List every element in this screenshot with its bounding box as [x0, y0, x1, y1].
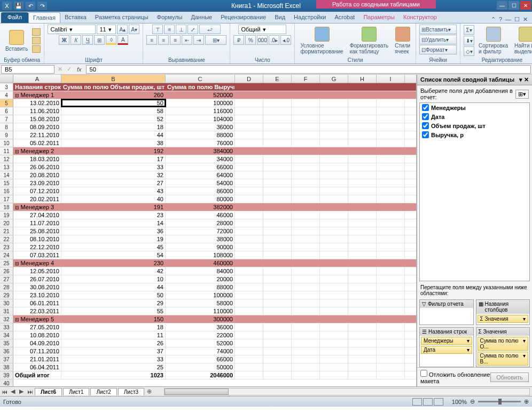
- cell[interactable]: 104000: [166, 115, 235, 123]
- cell[interactable]: [292, 323, 320, 331]
- cell[interactable]: [320, 363, 348, 371]
- cell[interactable]: 72000: [166, 227, 235, 235]
- cell[interactable]: 36000: [166, 123, 235, 131]
- row-header[interactable]: 12: [0, 155, 13, 163]
- border-button[interactable]: ⊞: [94, 35, 105, 45]
- cell[interactable]: 382000: [166, 203, 235, 211]
- cell[interactable]: [348, 195, 377, 203]
- cell[interactable]: [235, 99, 263, 107]
- workbook-max-icon[interactable]: ☐: [514, 16, 520, 23]
- merge-button[interactable]: ⊞▾: [205, 35, 226, 45]
- cell[interactable]: 27.04.2010: [13, 211, 61, 219]
- cell[interactable]: [235, 163, 263, 171]
- cell[interactable]: [235, 275, 263, 283]
- cell[interactable]: 74000: [166, 347, 235, 355]
- sheet-tab[interactable]: Лист1: [63, 388, 89, 395]
- cell[interactable]: [263, 307, 292, 315]
- cell[interactable]: [263, 99, 292, 107]
- row-header[interactable]: 23: [0, 243, 13, 251]
- cell-styles-button[interactable]: Стили ячеек: [393, 26, 412, 56]
- cell[interactable]: 33: [61, 163, 166, 171]
- cells-area[interactable]: Названия строк▾Сумма по полю Объем прода…: [13, 83, 416, 386]
- cell[interactable]: [235, 203, 263, 211]
- cell[interactable]: [292, 115, 320, 123]
- row-header[interactable]: 35: [0, 339, 13, 347]
- cell[interactable]: [377, 179, 405, 187]
- cell[interactable]: [377, 171, 405, 179]
- cell[interactable]: [292, 227, 320, 235]
- cell[interactable]: [292, 123, 320, 131]
- enter-icon[interactable]: ✓: [65, 66, 74, 73]
- cell[interactable]: [263, 147, 292, 155]
- cell[interactable]: [320, 163, 348, 171]
- cell[interactable]: 80000: [166, 195, 235, 203]
- paste-button[interactable]: Вставить: [3, 29, 30, 53]
- cell[interactable]: [377, 163, 405, 171]
- cell[interactable]: 23: [61, 211, 166, 219]
- cell[interactable]: 46000: [166, 211, 235, 219]
- cell[interactable]: [292, 155, 320, 163]
- cell[interactable]: [377, 107, 405, 115]
- row-header[interactable]: 28: [0, 283, 13, 291]
- cell[interactable]: [377, 307, 405, 315]
- cell[interactable]: [348, 307, 377, 315]
- cell[interactable]: [235, 283, 263, 291]
- cell[interactable]: 10.08.2010: [13, 331, 61, 339]
- cell[interactable]: [377, 155, 405, 163]
- pivot-field[interactable]: Выручка, р: [420, 130, 529, 139]
- pivot-area-item[interactable]: Сумма по полю О...▾: [478, 337, 529, 351]
- cell[interactable]: 64000: [166, 171, 235, 179]
- sheet-tab[interactable]: Лист6: [35, 388, 62, 395]
- row-header[interactable]: 38: [0, 363, 13, 371]
- cell[interactable]: 30.08.2010: [13, 283, 61, 291]
- cell[interactable]: Менеджер 3: [13, 203, 61, 211]
- cell[interactable]: 25: [61, 363, 166, 371]
- cell[interactable]: [292, 139, 320, 147]
- cell[interactable]: 22000: [166, 331, 235, 339]
- cell[interactable]: 36: [61, 227, 166, 235]
- cell[interactable]: [377, 211, 405, 219]
- cell[interactable]: [235, 235, 263, 243]
- cell[interactable]: [348, 155, 377, 163]
- cell[interactable]: [320, 267, 348, 275]
- cell[interactable]: [292, 355, 320, 363]
- cell[interactable]: [377, 195, 405, 203]
- cell[interactable]: 11: [61, 331, 166, 339]
- cell[interactable]: 300000: [166, 315, 235, 323]
- row-header[interactable]: 32: [0, 315, 13, 323]
- cell[interactable]: 18: [61, 323, 166, 331]
- row-header[interactable]: 20: [0, 219, 13, 227]
- cell[interactable]: 28000: [166, 219, 235, 227]
- cell[interactable]: [235, 227, 263, 235]
- cell[interactable]: 29: [61, 299, 166, 307]
- pivot-layout-options-icon[interactable]: ⊞▾: [515, 90, 529, 99]
- cell[interactable]: [235, 243, 263, 251]
- cell[interactable]: Менеджер 5: [13, 315, 61, 323]
- cell[interactable]: [263, 115, 292, 123]
- cell[interactable]: [235, 219, 263, 227]
- cell[interactable]: [292, 347, 320, 355]
- cell[interactable]: [377, 99, 405, 107]
- cell[interactable]: [235, 179, 263, 187]
- cell[interactable]: [377, 323, 405, 331]
- cell[interactable]: 52: [61, 115, 166, 123]
- horizontal-scrollbar[interactable]: [164, 388, 530, 395]
- cell[interactable]: [263, 211, 292, 219]
- page-break-view-icon[interactable]: [434, 398, 443, 406]
- pivot-values-area[interactable]: Σ Значения Сумма по полю О...▾Сумма по п…: [476, 327, 530, 367]
- cell[interactable]: [292, 147, 320, 155]
- cell[interactable]: 520000: [166, 91, 235, 99]
- cell[interactable]: [377, 147, 405, 155]
- cell[interactable]: 52000: [166, 339, 235, 347]
- defer-update-checkbox[interactable]: Отложить обновление макета: [420, 370, 490, 384]
- cell[interactable]: [377, 227, 405, 235]
- row-header[interactable]: 10: [0, 139, 13, 147]
- pivot-area-item[interactable]: Дата▾: [421, 346, 472, 354]
- column-header[interactable]: F: [292, 75, 320, 83]
- ribbon-tab[interactable]: Acrobat: [330, 12, 359, 23]
- font-name-combo[interactable]: Calibri▾: [48, 25, 96, 34]
- save-icon[interactable]: 💾: [14, 2, 24, 10]
- cell[interactable]: 2046000: [166, 371, 235, 379]
- pivot-filter-area[interactable]: ▽Фильтр отчета: [419, 299, 474, 325]
- zoom-level[interactable]: 100%: [452, 399, 467, 405]
